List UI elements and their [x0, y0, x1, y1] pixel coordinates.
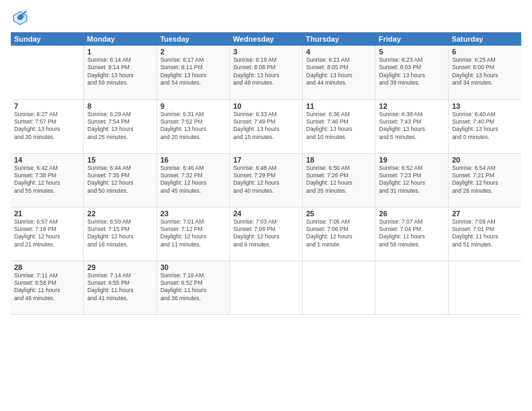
day-cell: 4Sunrise: 6:21 AM Sunset: 8:05 PM Daylig…: [302, 46, 375, 99]
day-info: Sunrise: 7:01 AM Sunset: 7:12 PM Dayligh…: [161, 218, 226, 249]
day-info: Sunrise: 7:09 AM Sunset: 7:01 PM Dayligh…: [452, 218, 518, 249]
day-info: Sunrise: 7:16 AM Sunset: 6:52 PM Dayligh…: [161, 272, 226, 303]
day-info: Sunrise: 6:23 AM Sunset: 8:03 PM Dayligh…: [379, 56, 445, 87]
day-number: 7: [14, 102, 80, 110]
header-wednesday: Wednesday: [230, 32, 303, 46]
day-cell: 24Sunrise: 7:03 AM Sunset: 7:09 PM Dayli…: [230, 207, 303, 261]
day-cell: 16Sunrise: 6:46 AM Sunset: 7:32 PM Dayli…: [157, 153, 230, 207]
day-number: 28: [14, 263, 80, 271]
day-cell: 23Sunrise: 7:01 AM Sunset: 7:12 PM Dayli…: [157, 207, 230, 261]
calendar-body: 1Sunrise: 6:14 AM Sunset: 8:14 PM Daylig…: [11, 46, 521, 314]
day-cell: 25Sunrise: 7:05 AM Sunset: 7:06 PM Dayli…: [302, 207, 375, 261]
day-cell: 12Sunrise: 6:38 AM Sunset: 7:43 PM Dayli…: [375, 99, 449, 153]
header: [11, 8, 521, 27]
day-number: 13: [452, 102, 518, 110]
week-row-4: 28Sunrise: 7:11 AM Sunset: 6:58 PM Dayli…: [11, 261, 521, 314]
day-info: Sunrise: 6:31 AM Sunset: 7:52 PM Dayligh…: [161, 111, 226, 142]
day-cell: 5Sunrise: 6:23 AM Sunset: 8:03 PM Daylig…: [375, 46, 449, 99]
day-info: Sunrise: 6:17 AM Sunset: 8:11 PM Dayligh…: [161, 56, 226, 87]
day-info: Sunrise: 6:50 AM Sunset: 7:26 PM Dayligh…: [306, 165, 372, 195]
day-info: Sunrise: 6:14 AM Sunset: 8:14 PM Dayligh…: [87, 56, 153, 87]
header-saturday: Saturday: [448, 32, 521, 46]
day-cell: 11Sunrise: 6:36 AM Sunset: 7:46 PM Dayli…: [302, 99, 375, 153]
day-number: 6: [452, 48, 518, 56]
day-cell: 28Sunrise: 7:11 AM Sunset: 6:58 PM Dayli…: [11, 261, 84, 314]
day-cell: 22Sunrise: 6:59 AM Sunset: 7:15 PM Dayli…: [84, 207, 157, 261]
header-tuesday: Tuesday: [157, 32, 230, 46]
header-friday: Friday: [375, 32, 449, 46]
header-sunday: Sunday: [11, 32, 84, 46]
day-cell: 18Sunrise: 6:50 AM Sunset: 7:26 PM Dayli…: [302, 153, 375, 207]
day-number: 18: [306, 156, 372, 164]
day-number: 24: [233, 210, 299, 218]
day-info: Sunrise: 6:59 AM Sunset: 7:15 PM Dayligh…: [87, 218, 153, 249]
day-number: 20: [452, 156, 518, 164]
week-row-1: 7Sunrise: 6:27 AM Sunset: 7:57 PM Daylig…: [11, 99, 521, 153]
day-cell: [375, 261, 449, 314]
page: SundayMondayTuesdayWednesdayThursdayFrid…: [0, 0, 532, 411]
day-cell: 30Sunrise: 7:16 AM Sunset: 6:52 PM Dayli…: [157, 261, 230, 314]
day-info: Sunrise: 6:44 AM Sunset: 7:35 PM Dayligh…: [87, 165, 153, 195]
day-number: 23: [161, 210, 226, 218]
week-row-0: 1Sunrise: 6:14 AM Sunset: 8:14 PM Daylig…: [11, 46, 521, 99]
day-info: Sunrise: 7:05 AM Sunset: 7:06 PM Dayligh…: [306, 218, 372, 249]
day-number: 10: [233, 102, 299, 110]
day-cell: 19Sunrise: 6:52 AM Sunset: 7:23 PM Dayli…: [375, 153, 449, 207]
day-cell: 13Sunrise: 6:40 AM Sunset: 7:40 PM Dayli…: [448, 99, 521, 153]
day-number: 16: [161, 156, 226, 164]
day-number: 4: [306, 48, 372, 56]
calendar-header: SundayMondayTuesdayWednesdayThursdayFrid…: [11, 32, 521, 46]
day-cell: 2Sunrise: 6:17 AM Sunset: 8:11 PM Daylig…: [157, 46, 230, 99]
day-number: 29: [87, 263, 153, 271]
header-thursday: Thursday: [302, 32, 375, 46]
day-number: 1: [87, 48, 153, 56]
day-number: 15: [87, 156, 153, 164]
day-cell: [230, 261, 303, 314]
day-number: 17: [233, 156, 299, 164]
day-cell: 3Sunrise: 6:19 AM Sunset: 8:08 PM Daylig…: [230, 46, 303, 99]
day-number: 27: [452, 210, 518, 218]
day-number: 14: [14, 156, 80, 164]
day-info: Sunrise: 6:52 AM Sunset: 7:23 PM Dayligh…: [379, 165, 445, 195]
day-info: Sunrise: 6:21 AM Sunset: 8:05 PM Dayligh…: [306, 56, 372, 87]
day-cell: 9Sunrise: 6:31 AM Sunset: 7:52 PM Daylig…: [157, 99, 230, 153]
day-cell: 29Sunrise: 7:14 AM Sunset: 6:55 PM Dayli…: [84, 261, 157, 314]
day-info: Sunrise: 6:57 AM Sunset: 7:18 PM Dayligh…: [14, 218, 80, 249]
day-number: 22: [87, 210, 153, 218]
day-number: 5: [379, 48, 445, 56]
day-cell: 1Sunrise: 6:14 AM Sunset: 8:14 PM Daylig…: [84, 46, 157, 99]
day-cell: 7Sunrise: 6:27 AM Sunset: 7:57 PM Daylig…: [11, 99, 84, 153]
day-cell: 27Sunrise: 7:09 AM Sunset: 7:01 PM Dayli…: [448, 207, 521, 261]
day-info: Sunrise: 6:25 AM Sunset: 8:00 PM Dayligh…: [452, 56, 518, 87]
day-info: Sunrise: 6:38 AM Sunset: 7:43 PM Dayligh…: [379, 111, 445, 142]
day-number: 25: [306, 210, 372, 218]
day-cell: [11, 46, 84, 99]
days-header-row: SundayMondayTuesdayWednesdayThursdayFrid…: [11, 32, 521, 46]
day-info: Sunrise: 6:33 AM Sunset: 7:49 PM Dayligh…: [233, 111, 299, 142]
day-number: 2: [161, 48, 226, 56]
day-info: Sunrise: 6:36 AM Sunset: 7:46 PM Dayligh…: [306, 111, 372, 142]
day-info: Sunrise: 6:29 AM Sunset: 7:54 PM Dayligh…: [87, 111, 153, 142]
day-info: Sunrise: 6:19 AM Sunset: 8:08 PM Dayligh…: [233, 56, 299, 87]
logo: [11, 8, 32, 27]
day-info: Sunrise: 6:46 AM Sunset: 7:32 PM Dayligh…: [161, 165, 226, 195]
week-row-2: 14Sunrise: 6:42 AM Sunset: 7:38 PM Dayli…: [11, 153, 521, 207]
day-cell: 17Sunrise: 6:48 AM Sunset: 7:29 PM Dayli…: [230, 153, 303, 207]
day-cell: 10Sunrise: 6:33 AM Sunset: 7:49 PM Dayli…: [230, 99, 303, 153]
day-number: 8: [87, 102, 153, 110]
day-number: 19: [379, 156, 445, 164]
day-info: Sunrise: 7:14 AM Sunset: 6:55 PM Dayligh…: [87, 272, 153, 303]
calendar-table: SundayMondayTuesdayWednesdayThursdayFrid…: [11, 32, 521, 315]
logo-icon: [11, 8, 30, 27]
day-number: 21: [14, 210, 80, 218]
day-info: Sunrise: 7:03 AM Sunset: 7:09 PM Dayligh…: [233, 218, 299, 249]
day-number: 9: [161, 102, 226, 110]
day-cell: 20Sunrise: 6:54 AM Sunset: 7:21 PM Dayli…: [448, 153, 521, 207]
day-info: Sunrise: 6:48 AM Sunset: 7:29 PM Dayligh…: [233, 165, 299, 195]
day-cell: 8Sunrise: 6:29 AM Sunset: 7:54 PM Daylig…: [84, 99, 157, 153]
day-number: 12: [379, 102, 445, 110]
day-cell: [448, 261, 521, 314]
day-cell: 15Sunrise: 6:44 AM Sunset: 7:35 PM Dayli…: [84, 153, 157, 207]
day-cell: 14Sunrise: 6:42 AM Sunset: 7:38 PM Dayli…: [11, 153, 84, 207]
day-info: Sunrise: 6:40 AM Sunset: 7:40 PM Dayligh…: [452, 111, 518, 142]
